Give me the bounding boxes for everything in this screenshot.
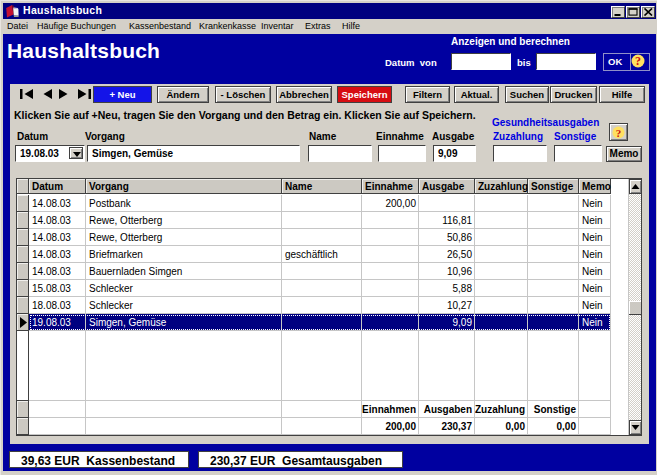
svg-text:?: ? [635,54,641,68]
svg-text:?: ? [616,127,622,139]
